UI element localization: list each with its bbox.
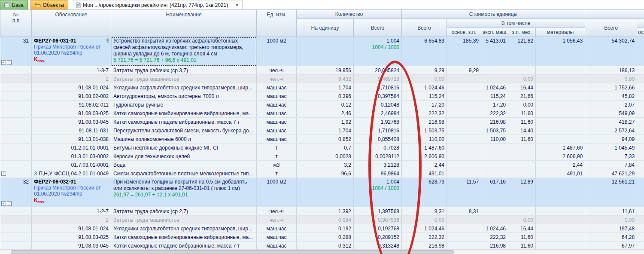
cell-total[interactable]: 197,48 <box>585 224 637 233</box>
cell-base-salary[interactable] <box>447 152 481 161</box>
cell-unit[interactable]: чел.-ч <box>257 66 297 75</box>
cell-materials[interactable]: 2,44 <box>536 161 585 169</box>
cell-unit[interactable]: маш.час <box>257 135 297 144</box>
cell-qty-total[interactable]: 0,12048 <box>354 101 402 109</box>
cell-base-salary[interactable] <box>447 169 481 178</box>
cell-qty-total[interactable]: 96,9864 <box>354 169 402 178</box>
cell-name[interactable]: Укладчики асфальтобетона средних типораз… <box>111 224 257 233</box>
cell-unit[interactable]: маш.час <box>257 242 297 250</box>
cell-base-salary[interactable] <box>447 109 481 118</box>
cell-mech-salary[interactable] <box>508 161 536 169</box>
cell-name[interactable]: Вода <box>111 161 257 169</box>
cell-name[interactable]: Катки самоходные гладкие вибрационные, м… <box>111 118 257 126</box>
cell-name[interactable]: При изменении толщины покрытия на 0,5 см… <box>111 178 257 207</box>
cell-mech-salary[interactable]: 11,60 <box>508 118 536 126</box>
cell-machines[interactable]: 222,32 <box>481 109 508 118</box>
collapse-group-icon[interactable]: − <box>1 201 6 206</box>
cell-name[interactable]: Машины поливомоечные 6000 л <box>111 135 257 144</box>
cell-name[interactable]: Затраты труда машинистов <box>111 216 257 224</box>
tab-objects[interactable]: Объекты <box>30 0 69 9</box>
cell-machines[interactable] <box>481 161 508 169</box>
cell-unit-cost-total[interactable]: 0,00 <box>402 75 447 83</box>
cell-materials[interactable] <box>536 118 585 126</box>
cell-machines[interactable]: 222,32 <box>481 233 508 242</box>
cell-materials[interactable] <box>536 178 585 207</box>
cell-materials[interactable] <box>536 242 585 250</box>
cell-name[interactable]: Затраты труда машинистов <box>111 75 257 83</box>
cell-unit-cost-total[interactable]: 6 654,83 <box>402 37 447 66</box>
cell-name[interactable]: Катки самоходные комбинированные вибраци… <box>111 233 257 242</box>
cell-total[interactable]: 2,07 <box>585 101 637 109</box>
cell-qty-per-unit[interactable]: 1,704 <box>297 83 354 92</box>
cell-name[interactable]: Катки самоходные комбинированные вибраци… <box>111 109 257 118</box>
cell-unit-cost-total[interactable]: 1 024,46 <box>402 83 447 92</box>
cell-unit-cost-total[interactable]: 1 503,75 <box>402 126 447 135</box>
cell-unit[interactable]: чел.-ч <box>257 207 297 216</box>
cell-unit-cost-total[interactable]: 216,98 <box>402 118 447 126</box>
cell-total[interactable]: 94,09 <box>585 135 637 144</box>
cell-unit-cost-total[interactable]: 17,20 <box>402 101 447 109</box>
cell-unit[interactable]: маш.час <box>257 233 297 242</box>
cell-justification[interactable]: ФЕР27-06-031-01Приказ Минстроя России от… <box>32 37 111 66</box>
cell-qty-total[interactable]: 1,710816 <box>354 83 402 92</box>
cell-num[interactable] <box>0 161 32 169</box>
cell-justification[interactable]: ЗП,Н,УФССЦ-04.2.01.01-0049 <box>32 169 111 178</box>
cell-qty-total[interactable]: 0,313248 <box>354 242 402 250</box>
cell-base-salary[interactable] <box>447 233 481 242</box>
cell-num[interactable]: + <box>0 169 32 178</box>
cell-unit[interactable]: маш.час <box>257 101 297 109</box>
cell-total[interactable]: 0,00 <box>585 216 637 224</box>
cell-qty-per-unit[interactable]: 2,46 <box>297 109 354 118</box>
cell-base-salary[interactable] <box>447 83 481 92</box>
cell-qty-total[interactable]: 0,855408 <box>354 135 402 144</box>
cell-unit[interactable]: чел.-ч <box>257 75 297 83</box>
cell-num[interactable] <box>0 118 32 126</box>
cell-materials[interactable] <box>536 75 585 83</box>
cell-qty-total[interactable]: 0,0028112 <box>354 152 402 161</box>
cell-name[interactable]: Перегружатели асфальтовой смеси, емкость… <box>111 126 257 135</box>
cell-num[interactable] <box>0 126 32 135</box>
cell-extra-clipped[interactable] <box>637 207 644 216</box>
cell-unit-cost-total[interactable]: 222,32 <box>402 109 447 118</box>
cell-num[interactable] <box>0 152 32 161</box>
cell-qty-per-unit[interactable]: 0,12 <box>297 101 354 109</box>
cell-total[interactable]: 1 752,66 <box>585 83 637 92</box>
cell-base-salary[interactable] <box>447 144 481 152</box>
cell-unit-cost-total[interactable]: 491,01 <box>402 169 447 178</box>
cell-unit-cost-total[interactable]: 1 024,46 <box>402 224 447 233</box>
cell-justification[interactable]: 91.08.03-045 <box>32 242 111 250</box>
cell-qty-total[interactable]: 0,289152 <box>354 233 402 242</box>
cell-qty-total[interactable]: 1,0041004 / 1000 <box>354 37 402 66</box>
cell-machines[interactable]: 5 413,01 <box>481 37 508 66</box>
cell-unit-cost-total[interactable]: 2,44 <box>402 161 447 169</box>
cell-base-salary[interactable] <box>447 101 481 109</box>
cell-qty-per-unit[interactable]: 0,852 <box>297 135 354 144</box>
cell-qty-total[interactable]: 9,469728 <box>354 75 402 83</box>
cell-justification[interactable]: 01.3.01.03-0002 <box>32 152 111 161</box>
cell-materials[interactable] <box>536 126 585 135</box>
scrollbar-thumb[interactable] <box>11 250 454 254</box>
cell-machines[interactable]: 110,00 <box>481 135 508 144</box>
cell-justification[interactable]: 2 <box>32 75 111 83</box>
cell-unit-cost-total[interactable]: 8,31 <box>402 207 447 216</box>
horizontal-scrollbar[interactable] <box>0 249 644 254</box>
cell-extra-clipped[interactable] <box>637 224 644 233</box>
cell-base-salary[interactable]: 9,29 <box>447 66 481 75</box>
cell-total[interactable]: 54 302,74 <box>585 37 637 66</box>
cell-materials[interactable]: 1 056,43 <box>536 37 585 66</box>
cell-extra-clipped[interactable] <box>637 152 644 161</box>
cell-qty-total[interactable]: 2,46984 <box>354 109 402 118</box>
cell-name[interactable]: Устройство покрытия из горячих асфальтоб… <box>111 37 257 66</box>
expand-group-icon[interactable]: + <box>7 201 12 206</box>
cell-mech-salary[interactable]: 11,60 <box>508 242 536 250</box>
cell-qty-per-unit[interactable]: 0,7 <box>297 144 354 152</box>
collapse-group-icon[interactable]: − <box>1 60 6 65</box>
cell-unit[interactable]: м3 <box>257 161 297 169</box>
cell-justification[interactable]: 91.08.03-045 <box>32 118 111 126</box>
cell-total[interactable]: 186,13 <box>585 66 637 75</box>
cell-total[interactable]: 67,97 <box>585 242 637 250</box>
cell-unit[interactable]: маш.час <box>257 126 297 135</box>
cell-num[interactable] <box>0 233 32 242</box>
cell-qty-per-unit[interactable]: 0,0028 <box>297 152 354 161</box>
cell-qty-total[interactable]: 1,397568 <box>354 207 402 216</box>
